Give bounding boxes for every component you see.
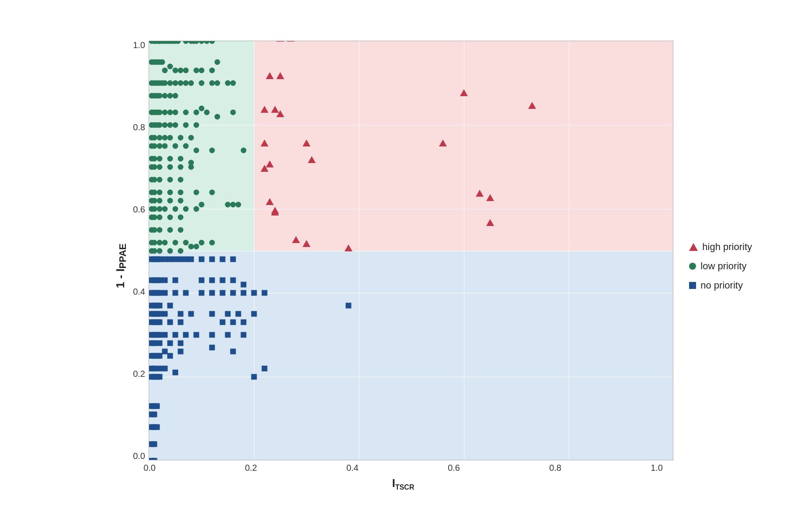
svg-marker-19: [460, 89, 468, 96]
no-priority-square: [230, 349, 236, 355]
low-priority-dot: [215, 80, 220, 86]
low-priority-dot: [167, 156, 173, 161]
svg-marker-15: [308, 156, 316, 163]
low-priority-dot: [160, 59, 165, 65]
low-priority-dot: [167, 215, 173, 220]
no-priority-square: [152, 412, 157, 417]
chart-container: 1 - IPPAE 1.0 0.8 0.6 0.4 0.2 0.0: [22, 15, 765, 518]
no-priority-square: [152, 441, 157, 447]
y-tick-02: 0.2: [133, 369, 145, 378]
low-priority-dot: [173, 122, 178, 128]
no-priority-square: [241, 320, 247, 325]
legend-low-priority: low priority: [689, 261, 752, 272]
no-priority-square: [173, 370, 178, 376]
grid-v-04: [359, 41, 359, 460]
no-priority-square: [157, 374, 163, 379]
low-priority-dot: [183, 206, 189, 212]
low-priority-dot: [215, 59, 220, 65]
low-priority-dot: [167, 63, 173, 69]
low-priority-dot: [157, 227, 163, 233]
low-priority-dot: [167, 198, 173, 203]
y-axis-label: 1 - IPPAE: [114, 243, 129, 288]
low-priority-dot: [199, 240, 205, 245]
low-priority-dot: [209, 240, 215, 245]
grid-v-08: [569, 41, 569, 460]
x-tick-10: 1.0: [648, 463, 665, 473]
svg-marker-20: [476, 190, 484, 197]
no-priority-square: [154, 424, 160, 430]
low-priority-dot: [178, 156, 184, 161]
svg-marker-21: [486, 194, 494, 201]
no-priority-square: [167, 303, 173, 308]
low-priority-dot: [194, 122, 199, 128]
no-priority-square: [220, 278, 226, 283]
y-axis-ticks: 1.0 0.8 0.6 0.4 0.2 0.0: [133, 41, 149, 460]
low-priority-dot: [209, 68, 215, 73]
no-priority-square: [167, 353, 173, 358]
no-priority-square: [152, 458, 157, 460]
low-priority-dot: [199, 202, 205, 208]
svg-marker-1: [287, 41, 295, 42]
low-priority-dot: [230, 80, 236, 86]
plot-canvas: [149, 41, 673, 460]
no-priority-square: [183, 290, 189, 296]
y-tick-00: 0.0: [133, 452, 145, 460]
no-priority-square: [220, 257, 226, 262]
low-priority-dot: [162, 240, 168, 245]
high-priority-triangle: [292, 236, 300, 243]
low-priority-dot: [167, 248, 173, 254]
low-priority-dot: [230, 110, 236, 115]
no-priority-square: [162, 290, 168, 296]
no-priority-square: [230, 257, 236, 262]
low-priority-dot: [162, 143, 168, 149]
high-priority-triangle: [276, 41, 284, 42]
plot-area-wrapper: 1.0 0.8 0.6 0.4 0.2 0.0: [133, 41, 673, 491]
no-priority-square: [173, 332, 178, 337]
low-priority-dot: [194, 244, 199, 250]
no-priority-square: [225, 332, 231, 337]
low-priority-dot: [157, 156, 163, 161]
high-priority-triangle: [266, 198, 274, 205]
no-priority-square: [262, 365, 268, 371]
svg-marker-14: [303, 139, 310, 146]
grid-h-02: [149, 377, 673, 377]
y-tick-08: 0.8: [133, 123, 145, 132]
low-priority-dot: [194, 189, 199, 195]
low-priority-dot: [199, 68, 205, 73]
svg-marker-6: [276, 110, 284, 117]
no-priority-square: [209, 257, 215, 262]
svg-marker-3: [276, 72, 284, 79]
no-priority-square: [157, 341, 163, 346]
legend-high-priority-label: high priority: [702, 241, 752, 253]
x-tick-06: 0.6: [445, 463, 463, 473]
svg-marker-23: [528, 102, 536, 109]
high-priority-triangle: [271, 206, 279, 214]
no-priority-square: [230, 290, 236, 296]
low-priority-dot: [178, 135, 184, 140]
svg-marker-9: [261, 165, 268, 172]
svg-marker-17: [345, 244, 352, 251]
no-priority-square: [199, 278, 205, 283]
low-priority-dot: [173, 143, 178, 149]
svg-marker-2: [266, 72, 274, 79]
low-priority-dot: [157, 177, 163, 182]
low-priority-dot: [178, 227, 184, 233]
no-priority-square: [162, 365, 168, 371]
no-priority-square: [251, 290, 257, 296]
high-priority-triangle: [261, 164, 268, 172]
no-priority-square: [241, 282, 247, 287]
svg-marker-13: [292, 236, 300, 243]
no-priority-square: [154, 403, 160, 409]
low-priority-dot: [178, 198, 184, 203]
x-tick-04: 0.4: [344, 463, 361, 473]
high-priority-triangle: [345, 244, 352, 252]
low-priority-dot: [241, 147, 247, 153]
low-priority-dot: [167, 189, 173, 195]
low-priority-dot: [194, 206, 199, 212]
high-priority-triangle: [308, 156, 316, 163]
no-priority-square: [236, 311, 241, 316]
x-axis-ticks: 0.0 0.2 0.4 0.6 0.8 1.0: [141, 460, 665, 473]
legend-low-priority-icon: [689, 263, 696, 270]
high-priority-triangle: [528, 101, 536, 109]
no-priority-square: [162, 278, 168, 283]
